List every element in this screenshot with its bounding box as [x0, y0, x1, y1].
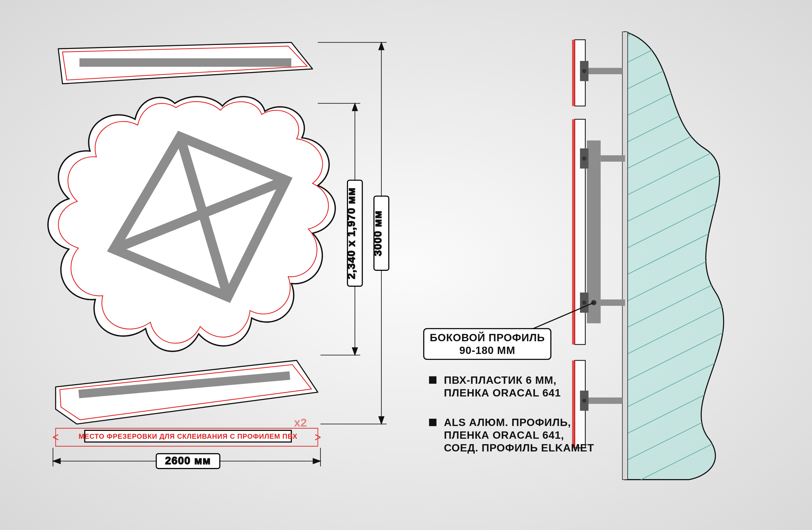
svg-point-45 [582, 69, 586, 73]
legend-item1-line2: ПЛЕНКА ORACAL 641 [444, 387, 561, 399]
svg-rect-56 [572, 360, 576, 448]
svg-marker-18 [53, 458, 60, 464]
section-panel-3 [572, 360, 623, 448]
legend-item2-line3: СОЕД. ПРОФИЛЬ ELKAMET [444, 442, 594, 454]
section-panel-1 [572, 40, 623, 106]
svg-marker-6 [379, 43, 384, 50]
callout-side-profile: БОКОВОЙ ПРОФИЛЬ 90-180 ММ [424, 302, 594, 359]
svg-rect-40 [622, 32, 628, 479]
svg-point-59 [582, 399, 586, 403]
svg-rect-43 [585, 68, 622, 74]
dim-height-total-label: 3000 мм [372, 210, 383, 256]
svg-rect-57 [585, 398, 622, 404]
svg-rect-62 [429, 376, 436, 384]
x2-label: x2 [294, 416, 307, 429]
svg-marker-12 [352, 103, 358, 111]
dim-width-label: 2600 мм [165, 455, 211, 467]
svg-rect-63 [429, 419, 436, 426]
top-piece [58, 43, 313, 84]
svg-rect-52 [600, 300, 625, 306]
dim-width: 2600 мм [53, 448, 320, 469]
section-panel-2 [572, 119, 625, 344]
callout-line1: БОКОВОЙ ПРОФИЛЬ [430, 331, 545, 343]
dim-height-mid: 2,340 x 1,970 мм [318, 103, 362, 355]
legend-item2-line2: ПЛЕНКА ORACAL 641, [444, 429, 564, 441]
svg-point-54 [582, 301, 586, 305]
section-view [572, 0, 742, 519]
legend: ПВХ-ПЛАСТИК 6 ММ, ПЛЕНКА ORACAL 641 ALS … [429, 374, 594, 454]
technical-drawing: МЕСТО ФРЕЗЕРОВКИ ДЛЯ СКЛЕИВАНИЯ С ПРОФИЛ… [0, 0, 812, 530]
svg-marker-13 [352, 348, 358, 355]
bottom-piece [56, 360, 318, 424]
legend-item2-line1: ALS АЛЮМ. ПРОФИЛЬ, [444, 416, 571, 428]
callout-line2: 90-180 ММ [459, 344, 516, 356]
frez-label: МЕСТО ФРЕЗЕРОВКИ ДЛЯ СКЛЕИВАНИЯ С ПРОФИЛ… [78, 432, 298, 440]
middle-splat-piece [48, 97, 335, 352]
svg-rect-49 [600, 155, 625, 161]
dim-height-mid-label: 2,340 x 1,970 мм [345, 187, 357, 279]
svg-rect-0 [79, 58, 291, 67]
svg-rect-48 [587, 141, 600, 324]
svg-rect-42 [572, 40, 576, 106]
svg-point-51 [582, 156, 586, 161]
svg-marker-7 [379, 416, 384, 424]
legend-item1-line1: ПВХ-ПЛАСТИК 6 ММ, [444, 374, 556, 386]
svg-marker-19 [313, 458, 320, 464]
